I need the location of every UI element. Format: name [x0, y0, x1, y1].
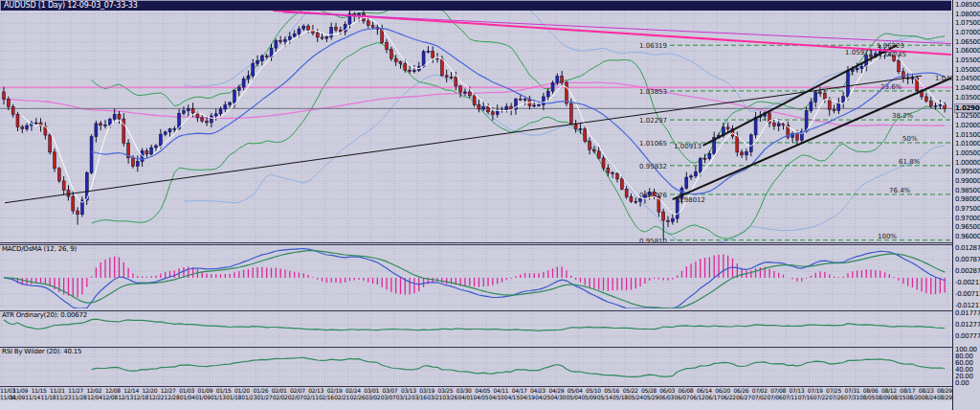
date-label: 01/15	[216, 387, 232, 394]
date-label: 05/10	[586, 387, 601, 394]
atr-tick: 0.01277	[955, 321, 980, 329]
date-label: 01/18	[226, 394, 241, 400]
date-label: 04/05	[474, 394, 489, 400]
price-tick: 1.01500	[955, 131, 980, 139]
chart-window: AUDUSD (1 Day) 12-09-03_07-33-33 1.06319…	[0, 0, 980, 410]
date-label: 11/15	[32, 387, 47, 394]
date-label: 05/04	[566, 394, 581, 400]
fib-price-label: 1.03853	[639, 88, 667, 96]
trendline-price-label: 1.06245	[879, 51, 906, 58]
date-label: 05/24	[628, 394, 643, 400]
date-label: 04/11	[493, 387, 508, 394]
date-label: 08/09	[875, 394, 890, 400]
price-tick: 0.97500	[955, 205, 980, 213]
rsi-canvas[interactable]	[0, 348, 952, 385]
macd-tick: 0.00287	[955, 267, 980, 275]
atr-tick: 0.01777	[955, 309, 980, 317]
date-label: 07/31	[844, 394, 859, 400]
rsi-panel[interactable]	[0, 348, 952, 385]
date-label: 02/02	[273, 394, 288, 400]
date-label: 01/26	[253, 387, 268, 394]
date-label: 08/06	[863, 387, 879, 394]
price-tick: 1.00000	[955, 159, 980, 167]
price-chart-canvas[interactable]: 1.063191.0385323.6%1.0229738.2%1.0106550…	[0, 11, 952, 242]
date-label: 05/16	[604, 387, 619, 394]
date-label: 03/01	[364, 387, 379, 394]
date-label: 04/05	[475, 387, 490, 394]
price-axis[interactable]: 1.085001.080001.075001.070001.065001.060…	[952, 0, 980, 410]
date-label: 12/27	[161, 387, 176, 394]
macd-canvas[interactable]	[0, 245, 952, 308]
price-tick: 0.99000	[955, 177, 980, 185]
atr-panel[interactable]	[0, 311, 952, 346]
fib-pct-label: 100%	[878, 233, 897, 240]
date-label: 08/15	[891, 394, 906, 400]
trendline-price-label: 0.98012	[678, 196, 705, 204]
date-label: 03/07	[381, 394, 396, 400]
date-label: 02/07	[290, 387, 305, 394]
title-bar: AUDUSD (1 Day) 12-09-03_07-33-33	[0, 0, 951, 11]
price-tick: 1.04500	[955, 75, 980, 82]
date-label: 07/25	[826, 387, 841, 394]
date-axis-row2[interactable]: 11/0411/0911/1411/1811/2311/2812/0412/08…	[0, 394, 952, 400]
date-label: 01/23	[241, 394, 256, 400]
date-label: 05/09	[582, 394, 597, 400]
date-label: 07/06	[767, 394, 782, 400]
macd-tick: -0.00713	[955, 290, 980, 298]
chart-title: AUDUSD (1 Day) 12-09-03_07-33-33	[1, 1, 951, 11]
date-label: 06/08	[679, 387, 694, 394]
price-tick: 1.06500	[955, 38, 980, 46]
date-axis-row1[interactable]: 11/0311/0911/1511/2111/2712/0212/0812/14…	[0, 387, 952, 394]
date-label: 08/20	[906, 394, 922, 400]
date-label: 04/10	[489, 394, 504, 400]
price-tick: 1.02000	[955, 122, 980, 129]
date-label: 12/18	[133, 394, 148, 400]
date-label: 03/30	[457, 387, 472, 394]
date-label: 02/01	[272, 387, 287, 394]
atr-label: ATR Ordinary(20): 0.00672	[2, 311, 87, 319]
price-tick: 1.08500	[955, 1, 980, 9]
date-label: 03/21	[427, 394, 442, 400]
date-label: 02/11	[303, 394, 319, 400]
date-label: 06/03	[659, 387, 675, 394]
macd-tick: -0.00213	[955, 279, 980, 286]
date-label: 06/20	[715, 387, 730, 394]
date-label: 07/16	[798, 394, 813, 400]
price-tick: 1.02500	[955, 112, 980, 120]
date-label: 11/23	[56, 394, 72, 400]
price-tick: 0.99500	[955, 168, 980, 175]
bottom-margin	[0, 401, 980, 410]
date-label: 01/04	[180, 394, 195, 400]
current-price-tag: 1.02906	[955, 104, 980, 112]
date-label: 08/29	[937, 387, 952, 394]
price-tick: 1.05500	[955, 57, 980, 64]
macd-panel[interactable]	[0, 245, 952, 308]
price-tick: 0.96000	[955, 233, 980, 240]
fib-pct-label: 38.2%	[892, 112, 914, 120]
price-tick: 1.08000	[955, 11, 980, 18]
date-label: 12/13	[118, 394, 133, 400]
date-label: 02/26	[349, 394, 365, 400]
trendline-price-label: 1.05973	[845, 49, 873, 57]
date-label: 03/19	[419, 387, 434, 394]
date-label: 12/02	[87, 387, 102, 394]
date-label: 04/25	[535, 394, 550, 400]
date-label: 01/09	[197, 387, 212, 394]
date-label: 01/13	[211, 394, 226, 400]
fib-price-label: 1.01065	[639, 140, 667, 148]
date-label: 07/22	[813, 394, 829, 400]
date-label: 05/18	[612, 394, 628, 400]
date-label: 04/01	[457, 394, 473, 400]
price-chart-panel[interactable]: 1.063191.0385323.6%1.0229738.2%1.0106550…	[0, 11, 952, 242]
price-tick: 1.03500	[955, 94, 980, 102]
date-label: 12/14	[123, 387, 139, 394]
price-tick: 0.98000	[955, 195, 980, 203]
trendline-price-label: 1.00913	[674, 143, 702, 150]
date-label: 04/29	[548, 387, 564, 394]
fib-pct-label: 50%	[902, 135, 918, 143]
atr-canvas[interactable]	[0, 311, 952, 346]
date-label: 08/17	[900, 387, 915, 394]
date-label: 11/28	[72, 394, 87, 400]
fib-pct-label: 76.4%	[889, 187, 911, 194]
price-tick: 0.97000	[955, 215, 980, 222]
